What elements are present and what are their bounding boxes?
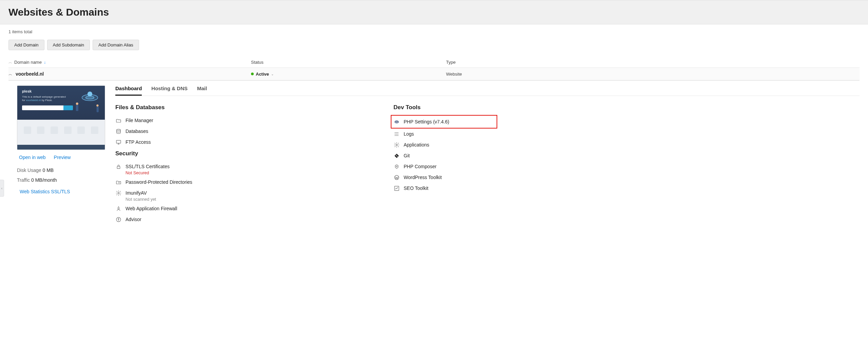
advisor-link[interactable]: Advisor bbox=[115, 214, 271, 225]
content: 1 items total Add Domain Add Subdomain A… bbox=[0, 24, 868, 230]
section-files-databases: Files & Databases bbox=[115, 104, 271, 111]
svg-point-13 bbox=[118, 192, 119, 194]
gear-icon bbox=[393, 142, 400, 148]
column-header-domain[interactable]: ︿ Domain name ↓ bbox=[8, 60, 251, 65]
applications-link[interactable]: Applications bbox=[393, 139, 495, 150]
sidebar-collapse-handle[interactable]: ‹ bbox=[0, 180, 4, 197]
svg-point-17 bbox=[396, 144, 397, 145]
folder-lock-icon bbox=[115, 179, 121, 185]
column-header-status[interactable]: Status bbox=[251, 60, 446, 65]
domain-type: Website bbox=[446, 72, 860, 77]
svg-rect-10 bbox=[116, 140, 121, 143]
sort-arrow-icon: ↓ bbox=[44, 60, 46, 65]
wordpress-toolkit-link[interactable]: WordPress Toolkit bbox=[393, 172, 495, 183]
database-icon bbox=[115, 128, 121, 134]
folder-icon bbox=[115, 117, 121, 123]
dev-tools-section: Dev Tools php PHP Settings (v7.4.6) Logs bbox=[393, 101, 495, 225]
git-link[interactable]: Git bbox=[393, 150, 495, 161]
tab-hosting-dns[interactable]: Hosting & DNS bbox=[151, 85, 188, 96]
main-column: Dashboard Hosting & DNS Mail Files & Dat… bbox=[115, 85, 860, 225]
chevron-left-icon: ‹ bbox=[1, 186, 2, 190]
imunify-status: Not scanned yet bbox=[115, 197, 271, 202]
databases-link[interactable]: Databases bbox=[115, 126, 271, 137]
svg-point-1 bbox=[85, 96, 94, 99]
svg-point-6 bbox=[96, 104, 98, 106]
table-header: ︿ Domain name ↓ Status Type bbox=[8, 57, 860, 68]
highlight-annotation: php PHP Settings (v7.4.6) bbox=[391, 115, 497, 129]
column-header-domain-label: Domain name bbox=[14, 60, 42, 65]
gear-icon bbox=[115, 190, 121, 196]
svg-point-9 bbox=[116, 129, 120, 131]
page-title: Websites & Domains bbox=[8, 6, 860, 18]
svg-text:php: php bbox=[395, 121, 398, 123]
wordpress-icon bbox=[393, 174, 400, 180]
domain-row[interactable]: ︿ voorbeeld.nl Active ⌄ Website bbox=[8, 68, 860, 80]
svg-rect-3 bbox=[76, 105, 78, 111]
lock-icon bbox=[115, 163, 121, 170]
status-dot-icon bbox=[251, 73, 254, 75]
items-total: 1 items total bbox=[8, 29, 860, 34]
chart-icon bbox=[393, 185, 400, 191]
traffic: Traffic 0 MB/month bbox=[17, 175, 105, 185]
web-statistics-link[interactable]: Web Statistics SSL/TLS bbox=[17, 187, 70, 197]
add-subdomain-button[interactable]: Add Subdomain bbox=[47, 40, 90, 50]
php-icon: php bbox=[393, 119, 400, 125]
svg-point-2 bbox=[88, 92, 92, 96]
ftp-access-link[interactable]: FTP Access bbox=[115, 137, 271, 148]
tabs: Dashboard Hosting & DNS Mail bbox=[115, 85, 860, 96]
page-header: Websites & Domains bbox=[0, 0, 868, 24]
firewall-icon bbox=[115, 205, 121, 212]
file-manager-link[interactable]: File Manager bbox=[115, 115, 271, 126]
password-protected-dirs-link[interactable]: Password-Protected Directories bbox=[115, 177, 271, 188]
open-in-web-link[interactable]: Open in web bbox=[17, 155, 46, 160]
tab-mail[interactable]: Mail bbox=[197, 85, 207, 96]
domain-name: voorbeeld.nl bbox=[16, 71, 44, 77]
svg-point-14 bbox=[116, 217, 121, 222]
ssl-status: Not Secured bbox=[115, 171, 271, 175]
svg-rect-11 bbox=[117, 166, 120, 168]
site-thumbnail[interactable]: plesk This is a default webpage generate… bbox=[17, 85, 105, 150]
php-composer-link[interactable]: PHP Composer bbox=[393, 161, 495, 172]
svg-rect-5 bbox=[97, 107, 99, 112]
ftp-icon bbox=[115, 139, 121, 145]
toolbar: Add Domain Add Subdomain Add Domain Alia… bbox=[8, 40, 860, 50]
preview-link[interactable]: Preview bbox=[52, 155, 71, 160]
add-domain-alias-button[interactable]: Add Domain Alias bbox=[93, 40, 139, 50]
domain-status[interactable]: Active ⌄ bbox=[251, 72, 446, 77]
composer-icon bbox=[393, 163, 400, 170]
list-icon bbox=[393, 131, 400, 137]
domain-body: plesk This is a default webpage generate… bbox=[8, 80, 860, 225]
add-domain-button[interactable]: Add Domain bbox=[8, 40, 44, 50]
logs-link[interactable]: Logs bbox=[393, 129, 495, 139]
section-security: Security bbox=[115, 150, 271, 157]
seo-toolkit-link[interactable]: SEO Toolkit bbox=[393, 183, 495, 194]
advisor-icon bbox=[115, 216, 121, 222]
domain-status-label: Active bbox=[256, 72, 269, 77]
collapse-all-icon: ︿ bbox=[8, 60, 12, 65]
column-header-type[interactable]: Type bbox=[446, 60, 860, 65]
php-settings-link[interactable]: php PHP Settings (v7.4.6) bbox=[393, 116, 495, 127]
svg-point-4 bbox=[76, 102, 78, 105]
left-column: plesk This is a default webpage generate… bbox=[8, 85, 105, 225]
left-sections: Files & Databases File Manager Databases… bbox=[115, 101, 271, 225]
svg-point-12 bbox=[118, 182, 119, 183]
git-icon bbox=[393, 153, 400, 159]
collapse-row-icon[interactable]: ︿ bbox=[8, 72, 12, 77]
waf-link[interactable]: Web Application Firewall bbox=[115, 203, 271, 214]
tab-dashboard[interactable]: Dashboard bbox=[115, 85, 142, 96]
section-dev-tools: Dev Tools bbox=[393, 104, 495, 111]
disk-usage: Disk Usage 0 MB bbox=[17, 165, 105, 175]
chevron-down-icon: ⌄ bbox=[271, 72, 274, 76]
